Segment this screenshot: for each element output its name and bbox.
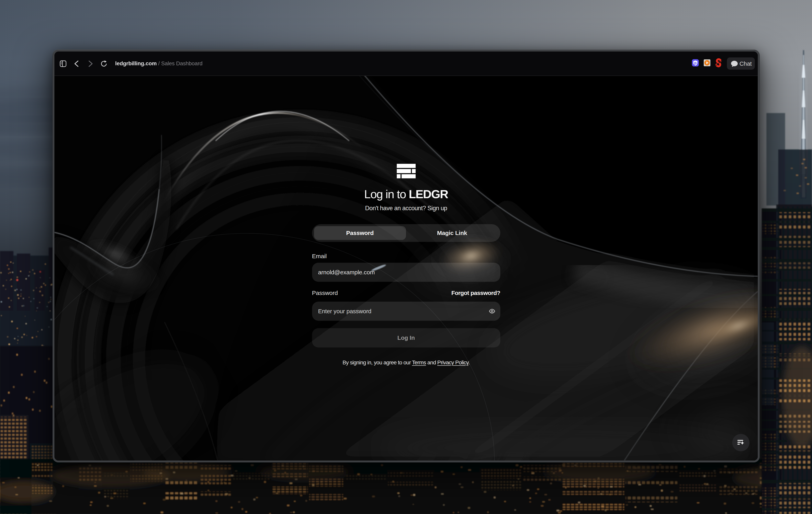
- svg-text:Chat: Chat: [740, 60, 752, 67]
- svg-text:p: p: [694, 61, 696, 65]
